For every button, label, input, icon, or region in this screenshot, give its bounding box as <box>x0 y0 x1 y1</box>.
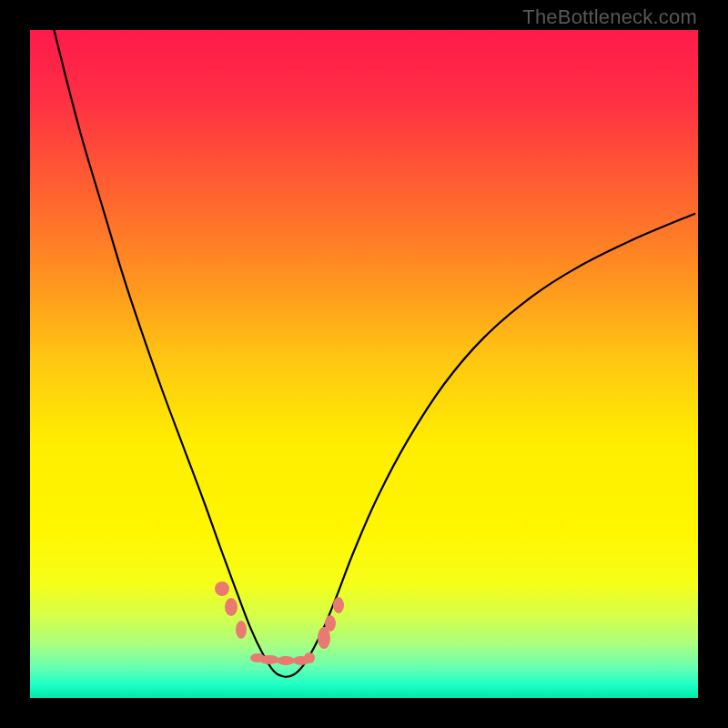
chart-frame: TheBottleneck.com <box>0 0 728 728</box>
data-marker <box>325 615 336 632</box>
data-marker <box>236 621 247 639</box>
data-marker <box>304 652 315 663</box>
data-marker <box>259 655 279 664</box>
watermark-text: TheBottleneck.com <box>522 5 697 29</box>
data-marker <box>225 598 238 616</box>
data-marker <box>215 581 229 596</box>
plot-area <box>30 30 698 698</box>
bottleneck-curve <box>30 30 698 698</box>
data-marker <box>277 656 295 665</box>
data-markers <box>215 581 344 665</box>
data-marker <box>333 597 344 613</box>
